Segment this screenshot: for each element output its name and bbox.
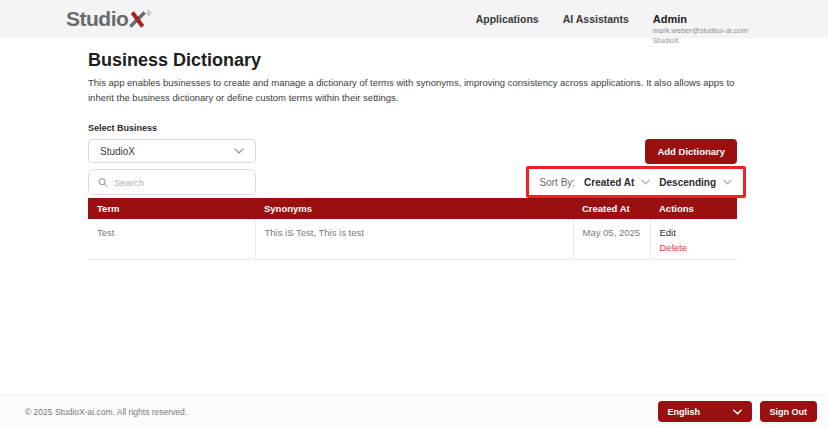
nav-item-ai-assistants[interactable]: AI Assistants: [563, 13, 629, 25]
select-business-label: Select Business: [88, 123, 737, 133]
logo-text: Studio: [66, 9, 128, 29]
language-value: English: [668, 407, 701, 417]
dictionary-table: Term Synonyms Created At Actions Test Th…: [88, 198, 737, 260]
annotation-highlight-box: Sort By: Created At Descending: [526, 166, 746, 198]
cell-synonyms: This iS Test, This is test: [255, 219, 573, 260]
sort-direction-value: Descending: [659, 177, 716, 188]
table-row: Test This iS Test, This is test May 05, …: [88, 219, 737, 260]
business-select-value: StudioX: [100, 146, 135, 157]
page-title: Business Dictionary: [88, 50, 737, 71]
language-select[interactable]: English: [658, 401, 752, 422]
business-select[interactable]: StudioX: [88, 139, 256, 163]
user-email: mark.weber@studiox-ai.com: [653, 27, 748, 35]
top-header: Studio ® Applications AI Assistants Admi…: [0, 0, 828, 38]
user-menu: Admin mark.weber@studiox-ai.com StudioX: [653, 13, 748, 46]
delete-action[interactable]: Delete: [660, 242, 729, 253]
search-icon: [98, 177, 108, 188]
column-header-created-at: Created At: [573, 198, 650, 219]
main-content: Business Dictionary This app enables bus…: [0, 38, 828, 260]
studiox-logo[interactable]: Studio ®: [66, 9, 152, 29]
cell-actions: Edit Delete: [650, 219, 737, 260]
table-header-row: Term Synonyms Created At Actions: [88, 198, 737, 219]
chevron-down-icon: [723, 179, 732, 185]
cell-created-at: May 05, 2025: [573, 219, 650, 260]
main-nav: Applications AI Assistants: [476, 13, 629, 25]
footer: © 2025 StudioX-ai.com. All rights reserv…: [0, 394, 828, 428]
sort-direction-select[interactable]: Descending: [659, 177, 732, 188]
page-description: This app enables businesses to create an…: [88, 76, 737, 105]
copyright-text: © 2025 StudioX-ai.com. All rights reserv…: [25, 407, 658, 417]
column-header-synonyms: Synonyms: [255, 198, 573, 219]
business-row: StudioX Add Dictionary: [88, 139, 737, 164]
user-name[interactable]: Admin: [653, 13, 748, 25]
chevron-down-icon: [234, 148, 244, 154]
column-header-term: Term: [88, 198, 255, 219]
search-sort-row: Sort By: Created At Descending: [88, 166, 737, 198]
add-dictionary-button[interactable]: Add Dictionary: [645, 139, 737, 164]
column-header-actions: Actions: [650, 198, 737, 219]
cell-term: Test: [88, 219, 255, 260]
logo-x-icon: [128, 11, 147, 28]
nav-item-applications[interactable]: Applications: [476, 13, 539, 25]
edit-action[interactable]: Edit: [660, 227, 729, 238]
sort-field-value: Created At: [584, 177, 634, 188]
user-org: StudioX: [653, 37, 748, 45]
search-input[interactable]: [114, 177, 246, 188]
chevron-down-icon: [641, 179, 650, 185]
sign-out-button[interactable]: Sign Out: [760, 401, 818, 422]
search-box: [88, 169, 256, 195]
chevron-down-icon: [733, 409, 742, 415]
sort-by-label: Sort By:: [540, 177, 576, 188]
app-window: Studio ® Applications AI Assistants Admi…: [0, 0, 828, 428]
sort-field-select[interactable]: Created At: [584, 177, 650, 188]
